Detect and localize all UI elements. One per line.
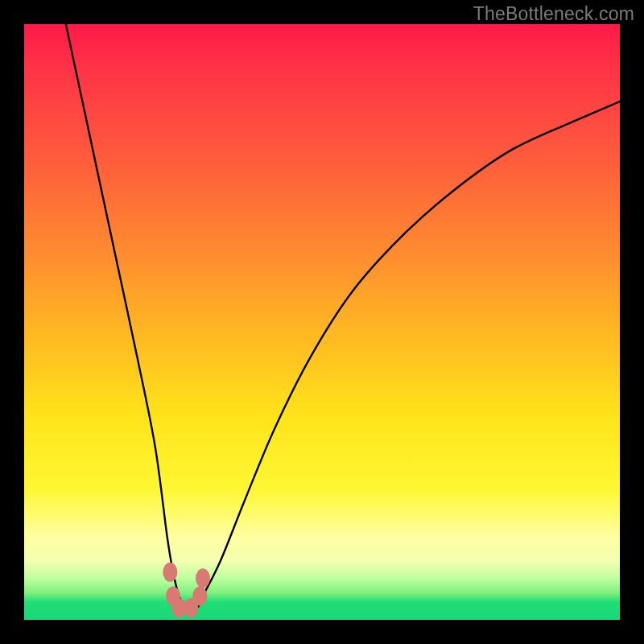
chart-frame: TheBottleneck.com [0,0,644,644]
curve-markers [163,563,210,617]
curve-marker [163,563,177,582]
watermark-text: TheBottleneck.com [473,3,634,25]
curve-layer [24,24,620,620]
curve-marker [196,568,210,588]
curve-marker [192,586,207,605]
plot-area [24,24,620,620]
bottleneck-curve [66,24,620,609]
